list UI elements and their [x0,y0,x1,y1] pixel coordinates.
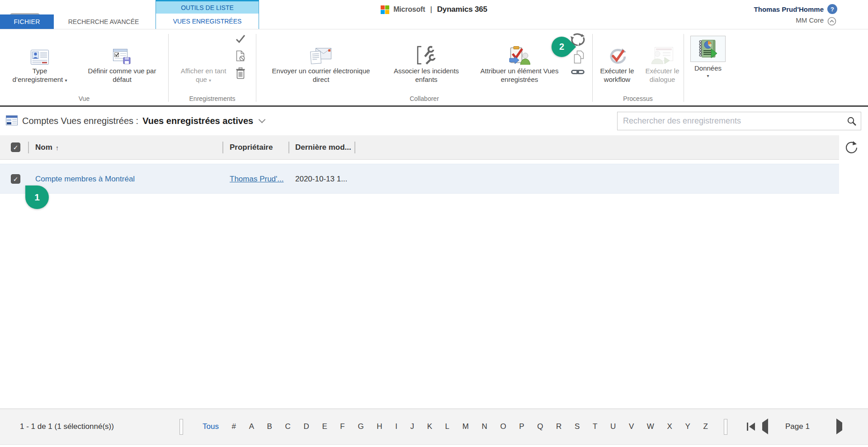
page-label: Page 1 [785,409,810,444]
ribbon-group-label-vue: Vue [0,95,168,102]
data-icon [690,36,726,62]
alphabet-letter[interactable]: C [285,422,291,431]
assign-icon [509,36,530,67]
brand-area: Microsoft | Dynamics 365 [0,5,868,14]
alphabet-letter[interactable]: O [500,422,506,431]
alphabet-all[interactable]: Tous [203,422,219,431]
next-page-button[interactable] [836,423,842,431]
alphabet-letter[interactable]: V [629,422,634,431]
alphabet-letter[interactable]: L [445,422,449,431]
brand-company: Microsoft [393,5,425,14]
alphabet-letter[interactable]: P [519,422,524,431]
row-name-link[interactable]: Compte membres à Montréal [35,164,135,194]
email-link-button[interactable] [571,68,585,77]
first-page-icon [749,423,755,431]
brand-separator: | [430,5,432,14]
chevron-down-icon[interactable] [259,116,266,124]
alphabet-letter[interactable]: Y [685,422,690,431]
ribbon-group-label-collaborer: Collaborer [256,95,592,102]
search-icon[interactable] [847,116,857,128]
alphabet-letter[interactable]: D [303,422,309,431]
first-page-button[interactable] [747,423,755,431]
run-dialog-icon [651,36,674,67]
alphabet-letter[interactable]: E [322,422,327,431]
select-all-checkbox[interactable]: ✓ [11,143,20,152]
divider-thumb[interactable] [724,419,727,435]
microsoft-logo-icon [381,5,389,14]
first-page-icon [747,423,748,431]
tab-recherche-avancee[interactable]: RECHERCHE AVANCÉE [54,14,153,29]
previous-page-icon [762,418,768,434]
ribbon-group-label-processus: Processus [593,95,683,102]
alphabet-letter[interactable]: A [249,422,254,431]
chevron-up-circle-icon[interactable] [827,17,836,26]
ribbon: Type d’enregistrement ▾ Définir co [0,29,868,107]
send-direct-email-button[interactable]: Envoyer un courrier électronique direct [268,36,374,84]
column-header-proprietaire[interactable]: Propriétaire [230,135,273,160]
alphabet-letter[interactable]: K [427,422,432,431]
alphabet-letter[interactable]: I [395,422,397,431]
tab-fichier[interactable]: FICHIER [0,14,54,29]
row-checkbox[interactable]: ✓ [11,174,20,184]
alphabet-letter[interactable]: N [481,422,487,431]
alphabet-letter[interactable]: # [232,422,236,431]
deactivate-record-icon [235,50,246,64]
alphabet-letter[interactable]: Z [703,422,708,431]
data-button[interactable]: Données ▾ [688,36,728,78]
sort-ascending-icon: ↑ [56,144,59,152]
alphabet-letter[interactable]: M [462,422,469,431]
wrenches-icon [416,36,437,67]
alphabet-letter[interactable]: T [593,422,597,431]
record-count: 1 - 1 de 1 (1 sélectionné(s)) [20,409,114,444]
search-input[interactable] [618,112,861,130]
activate-button[interactable] [233,34,248,46]
copy-link-button[interactable] [571,50,586,66]
ribbon-group-divider [168,34,169,102]
alphabet-letter[interactable]: R [556,422,561,431]
link-icon [571,68,585,77]
alphabet-letter[interactable]: H [377,422,382,431]
table-row[interactable]: ✓ Compte membres à Montréal Thomas Prud'… [0,164,839,194]
alphabet-letter[interactable]: G [358,422,363,431]
row-owner-link[interactable]: Thomas Prud'... [230,164,283,194]
alphabet-letter[interactable]: Q [537,422,543,431]
status-bar: 1 - 1 de 1 (1 sélectionné(s)) Tous #ABCD… [0,409,868,445]
organization-name[interactable]: MM Core [796,16,824,24]
column-header-nom[interactable]: Nom ↑ [35,135,59,160]
brand-product: Dynamics 365 [437,5,487,14]
deactivate-button[interactable] [233,50,248,64]
ribbon-group-divider [592,34,593,102]
alphabet-letter[interactable]: B [267,422,272,431]
column-divider [28,142,29,153]
ribbon-group-divider [684,34,684,102]
help-icon[interactable]: ? [827,4,837,14]
divider-thumb[interactable] [179,419,183,435]
tab-vues-enregistrees[interactable]: VUES ENREGISTRÉES [156,14,259,29]
alphabet-letter[interactable]: X [667,422,672,431]
alphabet-letter[interactable]: U [610,422,616,431]
column-divider [222,142,223,153]
run-dialog-button[interactable]: Exécuter le dialogue [641,36,684,84]
set-default-view-button[interactable]: Définir comme vue par défaut [83,36,161,84]
user-name[interactable]: Thomas Prud'Homme [754,5,824,13]
delete-button[interactable] [233,67,248,81]
contextual-tab-group: OUTILS DE LISTE VUES ENREGISTRÉES [156,0,259,29]
view-name[interactable]: Vues enregistrées actives [142,116,253,126]
copy-icon [573,50,585,66]
record-type-button[interactable]: Type d’enregistrement ▾ [8,36,71,85]
alphabet-letter[interactable]: S [575,422,580,431]
grid-header-row: ✓ Nom ↑ Propriétaire Dernière mod... [0,135,839,160]
alphabet-letter[interactable]: F [340,422,344,431]
alphabet-letter[interactable]: W [647,422,654,431]
display-as-button[interactable]: Afficher en tant que ▾ [175,36,231,85]
record-type-icon [31,36,49,67]
alphabet-letter[interactable]: J [410,422,415,431]
row-modified-date: 2020-10-13 1... [295,164,347,194]
next-page-icon [836,418,842,434]
associate-child-cases-button[interactable]: Associer les incidents enfants [388,36,465,84]
refresh-button[interactable] [844,139,859,156]
column-header-derniere-mod[interactable]: Dernière mod... [295,135,351,160]
previous-page-button[interactable] [762,423,768,431]
annotation-step-1: 1 [25,185,49,209]
run-workflow-button[interactable]: Exécuter le workflow [595,36,639,84]
